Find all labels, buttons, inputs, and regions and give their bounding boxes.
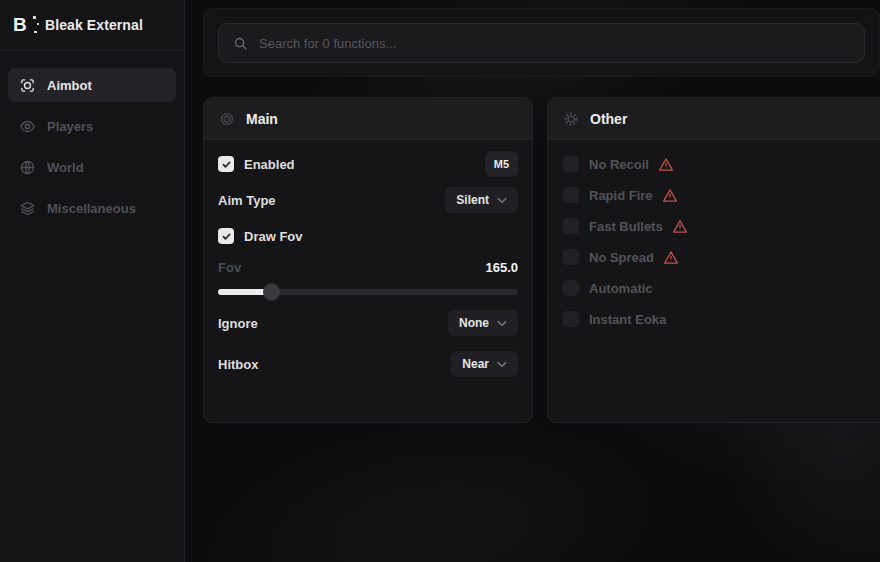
feature-checkbox[interactable] — [563, 280, 579, 296]
ignore-select[interactable]: None — [448, 310, 518, 336]
warning-icon — [658, 157, 674, 172]
app-window: B Bleak External Aimbot Players World Mi… — [0, 0, 880, 562]
feature-label: Automatic — [589, 281, 653, 296]
fov-slider-track[interactable] — [218, 289, 518, 295]
panel-main-content: Enabled M5 Aim Type Silent D — [204, 140, 532, 377]
feature-checkbox[interactable] — [563, 218, 579, 234]
other-items: No Recoil Rapid Fire Fast Bullets — [548, 140, 880, 327]
hitbox-row: Hitbox Near — [218, 351, 518, 377]
chevron-down-icon — [497, 361, 507, 368]
other-feature-row: Fast Bullets — [563, 218, 871, 234]
sidebar: B Bleak External Aimbot Players World Mi… — [0, 0, 185, 562]
panel-other: Other No Recoil Rapid Fire — [547, 97, 880, 423]
panel-main-title: Main — [246, 111, 278, 127]
gear-icon — [563, 111, 579, 127]
hitbox-value: Near — [462, 357, 489, 371]
sidebar-item-players[interactable]: Players — [8, 109, 176, 143]
feature-checkbox[interactable] — [563, 156, 579, 172]
sidebar-item-label: Miscellaneous — [47, 201, 136, 216]
feature-label: No Spread — [589, 250, 654, 265]
other-feature-row: Automatic — [563, 280, 871, 296]
feature-checkbox[interactable] — [563, 187, 579, 203]
enabled-keybind-button[interactable]: M5 — [485, 151, 518, 177]
chevron-down-icon — [497, 197, 507, 204]
fov-slider-thumb[interactable] — [263, 284, 280, 301]
search-box[interactable] — [218, 23, 865, 63]
feature-label: Rapid Fire — [589, 188, 653, 203]
panel-main-header: Main — [204, 98, 532, 140]
search-icon — [233, 36, 248, 51]
sidebar-item-label: World — [47, 160, 84, 175]
aim-type-label: Aim Type — [218, 193, 276, 208]
chevron-down-icon — [497, 320, 507, 327]
panel-other-header: Other — [548, 98, 880, 140]
layers-icon — [19, 200, 36, 217]
sidebar-item-label: Aimbot — [47, 78, 92, 93]
feature-checkbox[interactable] — [563, 311, 579, 327]
feature-checkbox[interactable] — [563, 249, 579, 265]
other-feature-row: Instant Eoka — [563, 311, 871, 327]
app-title: Bleak External — [45, 17, 143, 33]
ignore-value: None — [459, 316, 489, 330]
panel-main: Main Enabled M5 Aim Type Silent — [203, 97, 533, 423]
sidebar-item-world[interactable]: World — [8, 150, 176, 184]
logo-row: B Bleak External — [0, 0, 184, 51]
target-icon — [219, 111, 235, 127]
fov-label: Fov — [218, 260, 241, 275]
sidebar-item-label: Players — [47, 119, 93, 134]
draw-fov-row: Draw Fov — [218, 224, 518, 248]
draw-fov-checkbox[interactable] — [218, 228, 234, 244]
crosshair-icon — [19, 77, 36, 94]
sidebar-nav: Aimbot Players World Miscellaneous — [0, 51, 184, 225]
panel-other-title: Other — [590, 111, 627, 127]
feature-label: Instant Eoka — [589, 312, 666, 327]
globe-icon — [19, 159, 36, 176]
warning-icon — [672, 219, 688, 234]
hitbox-label: Hitbox — [218, 357, 258, 372]
other-feature-row: No Spread — [563, 249, 871, 265]
aim-type-value: Silent — [456, 193, 489, 207]
other-feature-row: Rapid Fire — [563, 187, 871, 203]
fov-value: 165.0 — [485, 260, 518, 275]
hitbox-select[interactable]: Near — [451, 351, 518, 377]
draw-fov-label: Draw Fov — [244, 229, 303, 244]
enabled-label: Enabled — [244, 157, 295, 172]
fov-slider[interactable] — [218, 284, 518, 300]
sidebar-item-aimbot[interactable]: Aimbot — [8, 68, 176, 102]
search-panel — [203, 8, 880, 77]
enabled-row: Enabled M5 — [218, 151, 518, 177]
aim-type-row: Aim Type Silent — [218, 187, 518, 213]
app-logo-icon: B — [13, 14, 35, 36]
fov-value-row: Fov 165.0 — [218, 259, 518, 275]
warning-icon — [662, 188, 678, 203]
feature-label: No Recoil — [589, 157, 649, 172]
feature-label: Fast Bullets — [589, 219, 663, 234]
ignore-label: Ignore — [218, 316, 258, 331]
warning-icon — [663, 250, 679, 265]
eye-icon — [19, 118, 36, 135]
search-input[interactable] — [259, 36, 850, 51]
sidebar-item-miscellaneous[interactable]: Miscellaneous — [8, 191, 176, 225]
ignore-row: Ignore None — [218, 310, 518, 336]
enabled-checkbox[interactable] — [218, 156, 234, 172]
other-feature-row: No Recoil — [563, 156, 871, 172]
aim-type-select[interactable]: Silent — [445, 187, 518, 213]
